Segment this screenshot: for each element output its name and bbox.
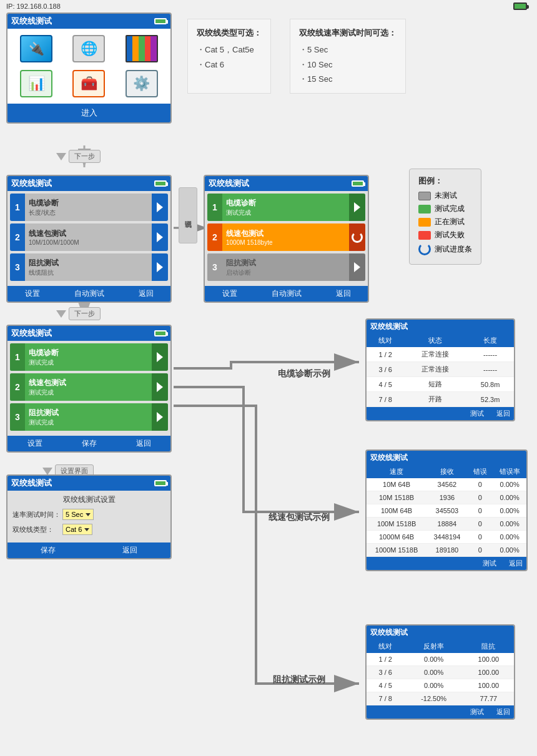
enter-button[interactable]: 进入 (7, 104, 170, 122)
test-item-3-done[interactable]: 3 阻抗测试 测试完成 (10, 403, 168, 431)
speed-r1-r: 34562 (426, 478, 467, 491)
test-arrow-3-done[interactable] (152, 403, 168, 431)
legend-item-untested: 未测试 (418, 190, 472, 201)
test-name-2-run: 线速包测试 (226, 228, 345, 239)
settings-type-value: Cat 6 (66, 526, 82, 533)
test-arrow-2[interactable] (152, 223, 168, 251)
settings-speed-select[interactable]: 5 Sec (62, 509, 94, 520)
speed-r6-s: 1000M 1518B (367, 544, 426, 557)
result-cable-panel: 双绞线测试 线对 状态 长度 1 / 2 正常连接 ------ (365, 318, 515, 429)
speed-r6-er: 0.00% (493, 544, 526, 557)
cable-back-btn[interactable]: 返回 (496, 409, 510, 418)
speed-r6-e: 0 (468, 544, 493, 557)
table-row: 1000M 64B 3448194 0 0.00% (367, 531, 526, 544)
menu-icon-gear[interactable]: ⚙️ (117, 67, 167, 100)
footer-settings-idle[interactable]: 设置 (20, 288, 45, 299)
test-item-3-idle[interactable]: 3 阻抗测试 线缆阻抗 (10, 253, 168, 281)
footer-save-settings[interactable]: 保存 (36, 545, 61, 556)
speed-r5-er: 0.00% (493, 531, 526, 544)
battery-done (154, 330, 167, 336)
test-item-1-idle[interactable]: 1 电缆诊断 长度/状态 (10, 194, 168, 221)
result-speed-panel: 双绞线测试 速度 接收 错误 错误率 10M 64B 34562 (365, 449, 528, 579)
speed-test-btn[interactable]: 测试 (483, 559, 496, 568)
imp-r3-ref: 0.00% (404, 679, 463, 692)
footer-back-done[interactable]: 返回 (131, 438, 156, 449)
test-item-1-run[interactable]: 1 电缆诊断 测试完成 (207, 194, 365, 221)
screen-main-menu: 双绞线测试 🔌 🌐 📊 (6, 12, 172, 124)
footer-back-settings[interactable]: 返回 (117, 545, 142, 556)
imp-r2-imp: 100.00 (463, 666, 514, 679)
test-info-3-done: 阻抗测试 测试完成 (25, 406, 152, 428)
test-list-done: 1 电缆诊断 测试完成 2 线速包测试 测试完成 3 阻抗测试 测 (7, 341, 170, 436)
test-item-2-run[interactable]: 2 线速包测试 1000M 1518byte (207, 223, 365, 251)
imp-r2-ref: 0.00% (404, 666, 463, 679)
test-arrow-1[interactable] (152, 194, 168, 221)
test-item-2-idle[interactable]: 2 线速包测试 10M/100M/1000M (10, 223, 168, 251)
menu-icon-chart[interactable]: 📊 (11, 67, 61, 100)
screen-header-main: 双绞线测试 (7, 14, 170, 29)
impedance-back-btn[interactable]: 返回 (496, 707, 510, 717)
impedance-result-table: 线对 反射率 阻抗 1 / 2 0.00% 100.00 3 / 6 0.00%… (367, 640, 514, 705)
table-row: 100M 1518B 18884 0 0.00% (367, 518, 526, 531)
footer-auto-run[interactable]: 自动测试 (267, 288, 307, 299)
footer-settings-run[interactable]: 设置 (217, 288, 242, 299)
footer-back-idle[interactable]: 返回 (134, 288, 159, 299)
screen-footer-settings: 保存 返回 (7, 542, 170, 558)
screen-header-done: 双绞线测试 (7, 326, 170, 341)
test-arrow-1-done[interactable] (152, 343, 168, 371)
imp-r3-imp: 100.00 (463, 679, 514, 692)
battery-settings (154, 480, 167, 486)
test-num-3-run: 3 (207, 253, 222, 281)
cable-col-pair: 线对 (367, 334, 405, 347)
cable-result-table: 线对 状态 长度 1 / 2 正常连接 ------ 3 / 6 正常连接 --… (367, 334, 514, 407)
test-arrow-1-run[interactable] (349, 194, 365, 221)
top-battery (513, 2, 527, 12)
cable-example-label: 电缆诊断示例 (278, 368, 330, 380)
test-item-3-run[interactable]: 3 阻抗测试 启动诊断 (207, 253, 365, 281)
speed-r3-r: 345503 (426, 504, 467, 518)
test-arrow-2-done[interactable] (152, 373, 168, 401)
impedance-test-btn[interactable]: 测试 (470, 707, 484, 717)
test-item-1-done[interactable]: 1 电缆诊断 测试完成 (10, 343, 168, 371)
menu-icon-toolbox[interactable]: 🧰 (64, 67, 114, 100)
menu-icon-globe[interactable]: 🌐 (64, 32, 114, 65)
test-num-2-run: 2 (207, 223, 222, 251)
legend-item-running: 正在测试 (418, 217, 472, 227)
test-sub-1: 长度/状态 (29, 209, 148, 217)
imp-col-pair: 线对 (367, 640, 404, 653)
test-arrow-3-run[interactable] (349, 253, 365, 281)
test-sub-3: 线缆阻抗 (29, 268, 148, 277)
cable-r1-status: 正常连接 (405, 347, 467, 362)
footer-auto-idle[interactable]: 自动测试 (69, 288, 109, 299)
result-impedance-panel: 双绞线测试 线对 反射率 阻抗 1 / 2 0.00% 100.00 (365, 624, 515, 727)
settings-type-select[interactable]: Cat 6 (62, 524, 92, 535)
cable-r2-length: ------ (466, 362, 514, 377)
screen-header-idle: 双绞线测试 (7, 176, 170, 191)
test-info-2: 线速包测试 10M/100M/1000M (25, 227, 152, 247)
speed-r2-er: 0.00% (493, 491, 526, 504)
test-arrow-3[interactable] (152, 253, 168, 281)
cable-test-btn[interactable]: 测试 (470, 409, 484, 418)
footer-save-done[interactable]: 保存 (77, 438, 102, 449)
screen-title-running: 双绞线测试 (209, 178, 249, 189)
menu-icon-cables-color[interactable] (117, 32, 167, 65)
speed-r1-e: 0 (468, 478, 493, 491)
speed-back-btn[interactable]: 返回 (509, 559, 523, 568)
test-arrow-2-run[interactable] (349, 223, 365, 251)
test-sub-3-done: 测试完成 (29, 418, 148, 427)
speed-r2-r: 1936 (426, 491, 467, 504)
speed-r3-e: 0 (468, 504, 493, 518)
test-num-2: 2 (10, 223, 25, 251)
cable-r4-length: 52.3m (466, 392, 514, 407)
footer-settings-done[interactable]: 设置 (22, 438, 47, 449)
info-section: 双绞线类型可选： ・Cat 5，Cat5e ・Cat 6 双绞线速率测试时间可选… (187, 19, 406, 94)
footer-back-run[interactable]: 返回 (331, 288, 356, 299)
battery-idle (154, 180, 167, 187)
test-item-2-done[interactable]: 2 线速包测试 测试完成 (10, 373, 168, 401)
menu-icon-cable[interactable]: 🔌 (11, 32, 61, 65)
legend-title: 图例： (418, 175, 472, 187)
legend-color-gray (418, 192, 431, 200)
test-num-2-done: 2 (10, 373, 25, 401)
test-sub-1-run: 测试完成 (226, 209, 345, 217)
speed-result-footer: 测试 返回 (367, 557, 526, 570)
